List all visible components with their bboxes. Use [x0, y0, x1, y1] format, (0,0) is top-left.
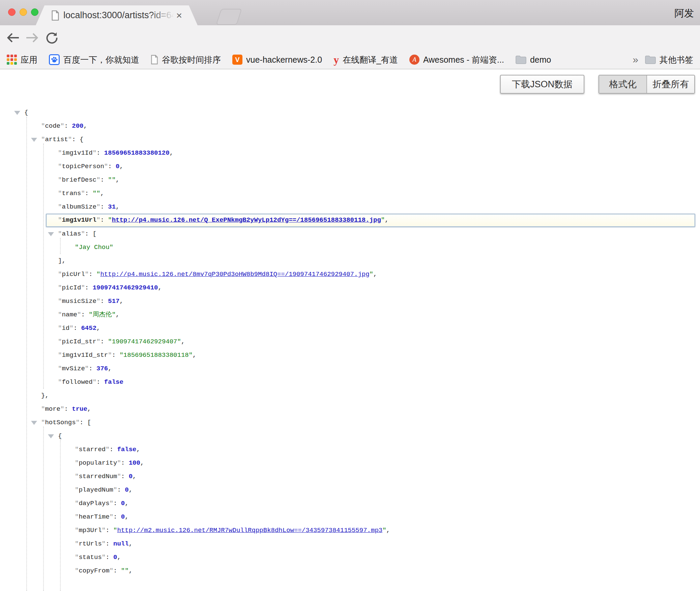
browser-tab[interactable]: localhost:3000/artists?id=645 × — [36, 5, 198, 25]
json-row: "starredNum": 0, — [0, 470, 700, 483]
json-row: "mp3Url": "http://m2.music.126.net/RMJR7… — [0, 524, 700, 537]
json-row: "musicSize": 517, — [0, 294, 700, 308]
folder-icon — [516, 55, 526, 64]
youdao-y-icon: y — [333, 54, 339, 65]
json-url-link[interactable]: http://p4.music.126.net/Q_ExePNkmgB2yWyL… — [112, 216, 381, 224]
json-row: "followed": false — [0, 375, 700, 389]
bookmark-item[interactable]: 谷歌按时间排序 — [151, 54, 221, 65]
json-row: "dayPlays": 0, — [0, 497, 700, 510]
json-string-value: "" — [93, 190, 100, 197]
json-number-value: false — [117, 446, 136, 453]
close-window-button[interactable] — [8, 8, 16, 16]
json-key: name — [62, 311, 77, 318]
json-row: "artist": { — [0, 133, 700, 146]
json-number-value: 0 — [116, 163, 119, 170]
bookmark-label: Awesomes - 前端资... — [423, 54, 504, 65]
json-number-value: false — [104, 378, 123, 386]
bookmark-item[interactable]: 百度一下，你就知道 — [49, 54, 139, 65]
json-number-value: 100 — [129, 459, 140, 467]
json-row: "picId": 19097417462929410, — [0, 281, 700, 294]
bookmark-label: 应用 — [21, 54, 37, 65]
bookmark-item[interactable]: Vvue-hackernews-2.0 — [232, 55, 322, 65]
json-key: followed — [62, 378, 92, 386]
bookmark-item[interactable]: demo — [516, 55, 551, 65]
json-row: "briefDesc": "", — [0, 173, 700, 187]
json-number-value: 0 — [125, 486, 128, 494]
vue-v-icon: V — [232, 55, 242, 65]
json-key: alias — [62, 230, 81, 238]
json-key: starredNum — [79, 473, 117, 480]
page-icon — [51, 10, 59, 21]
json-number-value: null — [113, 540, 129, 548]
json-string-value: "Jay Chou" — [75, 244, 113, 251]
json-row: "albumSize": 31, — [0, 200, 700, 214]
bookmark-label: 谷歌按时间排序 — [162, 54, 221, 65]
json-row: "img1v1Id_str": "18569651883380118", — [0, 348, 700, 362]
tab-close-icon[interactable]: × — [176, 10, 182, 21]
page-icon — [151, 55, 158, 64]
back-button[interactable] — [5, 30, 21, 45]
json-key: img1v1Url — [62, 216, 96, 224]
json-key: topicPerson — [62, 163, 104, 170]
json-key: briefDesc — [62, 176, 96, 184]
json-row: "status": 0, — [0, 551, 700, 564]
titlebar: localhost:3000/artists?id=645 × 阿发 — [0, 0, 700, 25]
json-key: img1v1Id — [62, 149, 92, 157]
forward-button[interactable] — [24, 30, 40, 45]
json-number-value: 31 — [108, 203, 116, 211]
json-number-value: true — [72, 405, 87, 413]
json-key: artist — [45, 136, 68, 143]
zoom-window-button[interactable] — [31, 8, 38, 16]
bookmark-item[interactable]: 应用 — [7, 54, 37, 65]
json-key: code — [45, 122, 60, 130]
awesomes-a-icon: A — [409, 55, 419, 65]
folder-icon — [645, 55, 656, 64]
new-tab-button[interactable] — [216, 9, 242, 25]
json-key: picId_str — [62, 338, 96, 345]
json-number-value: 18569651883380120 — [104, 149, 170, 157]
json-row: "popularity": 100, — [0, 456, 700, 470]
json-key: musicSize — [62, 298, 96, 305]
tab-title: localhost:3000/artists?id=645 — [63, 10, 174, 20]
apps-grid-icon — [7, 55, 17, 65]
json-key: playedNum — [79, 486, 113, 494]
json-key: id — [62, 324, 69, 332]
json-row: "picId_str": "19097417462929407", — [0, 335, 700, 348]
json-url-link[interactable]: http://m2.music.126.net/RMJR7wDullRqppBk… — [117, 527, 382, 534]
json-number-value: 0 — [121, 513, 125, 521]
json-key: rtUrls — [79, 540, 101, 548]
json-row: "copyFrom": "", — [0, 564, 700, 578]
reload-button[interactable] — [44, 30, 59, 45]
bookmarks-bar: 应用 百度一下，你就知道 谷歌按时间排序Vvue-hackernews-2.0y… — [0, 51, 700, 69]
json-key: albumSize — [62, 203, 96, 211]
bookmark-label: vue-hackernews-2.0 — [246, 55, 322, 65]
json-row: "code": 200, — [0, 119, 700, 133]
json-number-value: 19097417462929410 — [93, 284, 158, 291]
navigation-toolbar: localhost:3000/artists?id=6452 ☆ 英en FE — [0, 25, 700, 51]
json-row: "more": true, — [0, 402, 700, 416]
json-number-value: 517 — [108, 298, 119, 305]
json-row: "hearTime": 0, — [0, 510, 700, 524]
json-string-value: "" — [121, 567, 129, 574]
bookmark-item[interactable]: y在线翻译_有道 — [333, 54, 398, 65]
json-key: copyFrom — [79, 567, 109, 574]
json-row: "Jay Chou" — [0, 241, 700, 254]
json-row: "playedNum": 0, — [0, 483, 700, 497]
bookmark-item[interactable]: AAwesomes - 前端资... — [409, 54, 504, 65]
json-row: }, — [0, 389, 700, 402]
json-url-link[interactable]: http://p4.music.126.net/8mv7qP30Pd3oHW8b… — [100, 271, 369, 278]
json-number-value: 200 — [72, 122, 83, 130]
json-row: "rtUrls": null, — [0, 537, 700, 551]
other-bookmarks-folder[interactable]: 其他书签 — [645, 54, 693, 65]
json-key: starred — [79, 446, 106, 453]
json-row: ], — [0, 254, 700, 268]
bookmarks-overflow-chevron[interactable]: » — [633, 54, 638, 65]
json-key: picUrl — [62, 271, 85, 278]
json-string-value: "19097417462929407" — [108, 338, 181, 345]
profile-name: 阿发 — [674, 7, 694, 20]
json-key: img1v1Id_str — [62, 351, 108, 359]
minimize-window-button[interactable] — [20, 8, 27, 16]
json-row: "starred": false, — [0, 443, 700, 456]
json-row: "img1v1Id": 18569651883380120, — [0, 146, 700, 160]
json-row: "name": "周杰伦", — [0, 308, 700, 321]
